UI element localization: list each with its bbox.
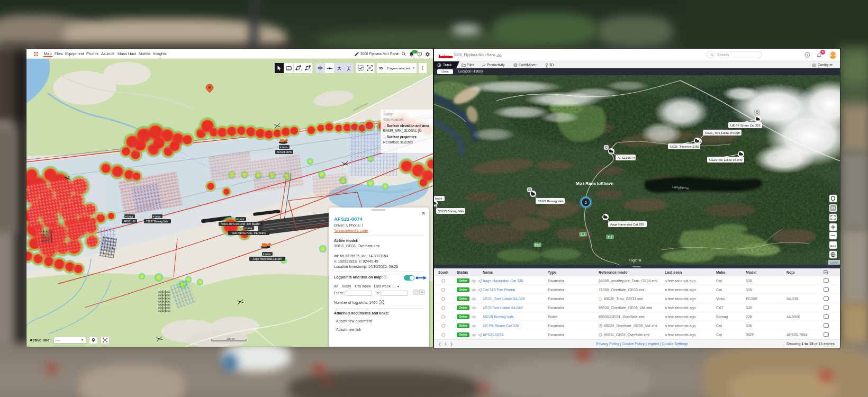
svg-text:55227 Bomag Vals: 55227 Bomag Vals: [146, 220, 168, 223]
svg-text:Veis Hamre H21i - PE Strøm: Veis Hamre H21i - PE Strøm: [232, 231, 266, 234]
svg-text:itachi: itachi: [435, 197, 442, 200]
svg-text:Leica: Leica: [128, 215, 133, 218]
svg-text:Leica: Leica: [265, 253, 271, 256]
svg-text:Edit: Edit: [830, 245, 836, 248]
svg-text:UE21_Tore Lokke 04-008: UE21_Tore Lokke 04-008: [705, 131, 740, 134]
svg-text:Volvo ZWT210 1PM - MK Maskin: Volvo ZWT210 1PM - MK Maskin: [221, 222, 260, 225]
svg-text:UE21_Tverrnes 2369: UE21_Tverrnes 2369: [670, 145, 699, 148]
svg-text:813: 813: [581, 233, 585, 236]
svg-text:AFS21-0074: AFS21-0074: [618, 156, 635, 159]
svg-text:Leica: Leica: [155, 215, 161, 218]
svg-text:3: 3: [310, 69, 311, 71]
svg-text:Mo i Rana lufthavn: Mo i Rana lufthavn: [576, 181, 613, 186]
svg-text:2: 2: [301, 69, 302, 71]
svg-text:Leica: Leica: [247, 227, 252, 230]
svg-text:2: 2: [585, 201, 587, 204]
svg-text:55227 Bomag Vals: 55227 Bomag Vals: [538, 200, 564, 203]
svg-text:?: ?: [807, 53, 809, 57]
svg-text:E12: E12: [535, 243, 540, 247]
svg-text:200 m: 200 m: [227, 337, 235, 340]
svg-text:Fagerlia: Fagerlia: [629, 258, 641, 263]
svg-text:AFS25-0076: AFS25-0076: [277, 150, 292, 154]
svg-text:AFS21-00: AFS21-00: [124, 220, 136, 223]
svg-text:UE PK Strøm Cat 326: UE PK Strøm Cat 326: [730, 124, 761, 127]
svg-text:Leica: Leica: [282, 146, 288, 149]
svg-text:Leaflet: Leaflet: [830, 261, 839, 264]
svg-text:Aage Haverstad Cat 330: Aage Haverstad Cat 330: [610, 223, 644, 226]
svg-text:Aage Haverstad Cat 330: Aage Haverstad Cat 330: [253, 257, 282, 260]
svg-text:813: 813: [608, 236, 612, 239]
svg-text:Leica: Leica: [239, 218, 245, 221]
svg-text:55225 Bomag Vals: 55225 Bomag Vals: [438, 210, 464, 213]
svg-text:?: ?: [419, 52, 421, 56]
svg-text:UE21Tore Lokke 04-040: UE21Tore Lokke 04-040: [709, 158, 743, 161]
